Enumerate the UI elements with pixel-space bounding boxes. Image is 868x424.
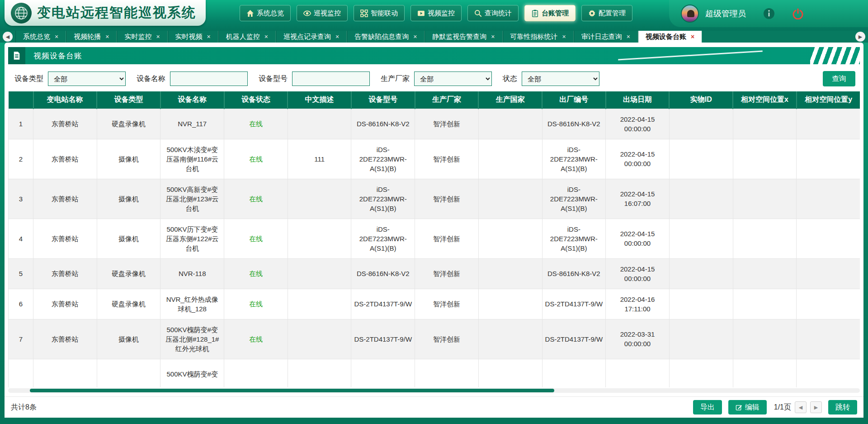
table-row-5[interactable]: 5东善桥站硬盘录像机NVR-118在线DS-8616N-K8-V2智洋创新DS-… [9,258,860,289]
tab-close-icon[interactable]: × [491,33,495,40]
nav-button-label: 智能联动 [371,9,398,18]
tab-item-7[interactable]: 静默监视告警查询× [425,31,502,43]
nav-button-label: 巡视监控 [314,9,341,18]
title-deco-line [618,51,763,61]
table-cell [797,219,860,258]
tab-close-icon[interactable]: × [264,33,268,40]
table-cell: 摄像机 [97,179,160,219]
table-cell [669,319,733,359]
tab-item-1[interactable]: 视频轮播× [66,31,117,43]
tab-item-10[interactable]: 视频设备台账× [638,31,702,43]
tab-item-6[interactable]: 告警缺陷信息查询× [347,31,425,43]
table-row-4[interactable]: 4东善桥站摄像机500KV历下变#变压器东侧#122#云台机在线iDS-2DE7… [9,219,860,258]
tabs-scroll-right-icon[interactable]: ▶ [855,32,865,42]
power-logout-icon[interactable] [792,8,804,19]
table-row-7[interactable]: 7东善桥站摄像机500KV槐荫变#变压器北侧#128_1#红外光球机在线DS-2… [9,319,860,359]
status-label: 状态 [503,74,517,84]
table-cell: NVR_红外热成像球机_128 [160,289,224,319]
table-cell: 111 [288,139,351,179]
tab-item-8[interactable]: 可靠性指标统计× [503,31,574,43]
user-name: 超级管理员 [705,8,746,19]
table-cell [733,359,797,387]
tab-item-9[interactable]: 审计日志查询× [574,31,638,43]
table-cell: 500KV槐荫变#变压器北侧#128_1#红外光球机 [160,319,224,359]
table-cell [669,258,733,289]
table-cell [797,258,860,289]
gear-icon [588,10,596,17]
nav-button-6[interactable]: 配置管理 [581,5,632,21]
table-cell [478,219,542,258]
edit-button[interactable]: 编辑 [728,400,767,414]
table-row-8[interactable]: 500KV槐荫变#变 [9,359,860,387]
tab-close-icon[interactable]: × [105,33,109,40]
table-cell [733,179,797,219]
tab-close-icon[interactable]: × [627,33,630,40]
tab-close-icon[interactable]: × [55,33,58,40]
export-button[interactable]: 导出 [693,400,722,414]
tab-close-icon[interactable]: × [413,33,417,40]
horizontal-scrollbar-thumb[interactable] [30,389,554,392]
tab-item-5[interactable]: 巡视点记录查询× [276,31,347,43]
table-row-1[interactable]: 1东善桥站硬盘录像机NVR_117在线DS-8616N-K8-V2智洋创新DS-… [9,109,860,139]
nav-button-0[interactable]: 系统总览 [240,5,291,21]
table-cell: 2022-04-15 00:00:00 [606,258,670,289]
tab-item-4[interactable]: 机器人监控× [218,31,276,43]
tab-item-0[interactable]: 系统总览× [15,31,66,43]
search-button[interactable]: 查询 [823,71,855,86]
open-tabs: 系统总览×视频轮播×实时监控×实时视频×机器人监控×巡视点记录查询×告警缺陷信息… [15,31,853,43]
table-cell [797,289,860,319]
home-icon [246,10,254,17]
table-cell [733,109,797,139]
device-model-input[interactable] [292,71,370,86]
table-cell: DS-2TD4137T-9/W [351,289,415,319]
tab-close-icon[interactable]: × [562,33,566,40]
nav-button-4[interactable]: 查询统计 [467,5,519,21]
table-row-6[interactable]: 6东善桥站硬盘录像机NVR_红外热成像球机_128在线DS-2TD4137T-9… [9,289,860,319]
table-cell [797,109,860,139]
column-header: 生产厂家 [415,91,479,109]
device-name-input[interactable] [170,71,248,86]
search-icon [474,10,482,17]
tab-close-icon[interactable]: × [691,33,694,40]
tab-close-icon[interactable]: × [207,33,211,40]
avatar[interactable] [681,5,699,23]
table-cell: 500KV历下变#变压器东侧#122#云台机 [160,219,224,258]
table-cell: NVR_117 [160,109,224,139]
table-cell [288,258,351,289]
status-select[interactable]: 全部 [522,71,599,86]
tab-close-icon[interactable]: × [335,33,339,40]
table-cell: 摄像机 [97,319,160,359]
nav-button-3[interactable]: 视频监控 [410,5,462,21]
tab-close-icon[interactable]: × [156,33,160,40]
tab-item-3[interactable]: 实时视频× [168,31,218,43]
tab-bar: ◀ 系统总览×视频轮播×实时监控×实时视频×机器人监控×巡视点记录查询×告警缺陷… [0,31,868,43]
table-body: 1东善桥站硬盘录像机NVR_117在线DS-8616N-K8-V2智洋创新DS-… [9,109,860,387]
horizontal-scrollbar[interactable] [8,388,860,393]
tab-item-2[interactable]: 实时监控× [117,31,167,43]
info-icon[interactable] [763,8,775,19]
table-cell: 500KV槐荫变#变 [160,359,224,387]
device-table: 变电站名称设备类型设备名称设备状态中文描述设备型号生产厂家生产国家出厂编号出场日… [8,91,860,387]
table-row-2[interactable]: 2东善桥站摄像机500KV木渎变#变压器南侧#116#云台机在线111iDS-2… [9,139,860,179]
nav-button-5[interactable]: 台账管理 [524,5,576,21]
table-cell [797,139,860,179]
next-page-icon[interactable]: ▶ [810,401,822,413]
column-header: 出厂编号 [542,91,606,109]
table-row-3[interactable]: 3东善桥站摄像机500KV高新变#变压器北侧#123#云台机在线iDS-2DE7… [9,179,860,219]
tabs-scroll-left-icon[interactable]: ◀ [3,32,13,42]
user-panel: 超级管理员 [669,0,868,27]
column-header: 出场日期 [606,91,670,109]
app-header: 变电站远程智能巡视系统 系统总览巡视监控智能联动视频监控查询统计台账管理配置管理… [0,0,868,31]
nav-button-2[interactable]: 智能联动 [354,5,405,21]
table-cell [669,109,733,139]
table-cell: 智洋创新 [415,139,479,179]
nav-button-1[interactable]: 巡视监控 [297,5,348,21]
jump-button[interactable]: 跳转 [828,400,857,414]
manufacturer-select[interactable]: 全部 [414,71,492,86]
table-cell: 1 [9,109,33,139]
table-cell [478,319,542,359]
prev-page-icon[interactable]: ◀ [795,401,807,413]
table-cell: 在线 [224,139,288,179]
device-type-select[interactable]: 全部 [48,71,126,86]
column-header: 实物ID [669,91,733,109]
